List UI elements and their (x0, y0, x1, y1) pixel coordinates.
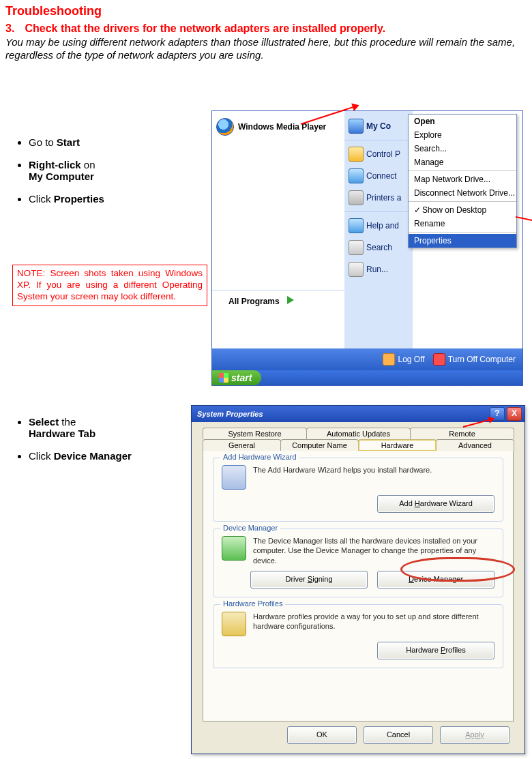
start-item-wmp[interactable]: Windows Media Player (216, 118, 326, 136)
section-title-text: Check that the drivers for the network a… (25, 23, 385, 34)
ctx-manage[interactable]: Manage (409, 155, 516, 169)
btn-text: ardware Wizard (420, 499, 473, 507)
tab-automatic-updates[interactable]: Automatic Updates (306, 428, 411, 439)
note-text: : Screen shots taken using Windows XP. I… (17, 268, 203, 301)
driver-signing-button[interactable]: Driver Signing (250, 571, 368, 589)
btn-text: rofiles (445, 646, 465, 654)
start-button[interactable]: start (212, 370, 261, 385)
printer-icon (349, 190, 364, 205)
bullet-click-properties: Click Properties (29, 193, 206, 205)
bullet-bold: Select (29, 416, 59, 428)
context-menu: Open Explore Search... Manage Map Networ… (408, 114, 517, 248)
start-item-label: Help and (366, 221, 399, 230)
section-number: 3. (5, 23, 22, 35)
tab-advanced[interactable]: Advanced (436, 439, 514, 451)
callout-arrow-icon (516, 216, 532, 226)
start-item-controlpanel[interactable]: Control P (344, 143, 413, 165)
bullet-bold: Right-click (29, 159, 81, 170)
tab-computer-name[interactable]: Computer Name (280, 439, 359, 451)
group-hardware-profiles: Hardware Profiles Hardware profiles prov… (213, 604, 503, 668)
btn-text: Driver (285, 575, 307, 583)
start-item-run[interactable]: Run... (344, 258, 413, 280)
intro-paragraph: You may be using different network adapt… (5, 36, 525, 62)
add-hardware-wizard-button[interactable]: Add Hardware Wizard (377, 495, 494, 513)
hardware-profiles-icon (222, 612, 246, 636)
start-all-programs[interactable]: All Programs (212, 290, 361, 312)
ctx-rename[interactable]: Rename (409, 217, 516, 230)
bullet-text: the (59, 416, 76, 428)
dialog-footer: OK Cancel Apply (287, 726, 509, 744)
device-manager-button[interactable]: Device Manager (377, 571, 494, 589)
separator (409, 201, 516, 202)
btn-mnemonic: H (415, 499, 420, 507)
bullet-bold: Hardware Tab (29, 428, 95, 439)
hardware-wizard-icon (222, 465, 246, 490)
bullet-text: Click (29, 450, 54, 462)
ctx-open[interactable]: Open (409, 115, 516, 128)
logoff-icon (383, 353, 395, 366)
tab-system-restore[interactable]: System Restore (203, 428, 307, 439)
ctx-explore[interactable]: Explore (409, 128, 516, 142)
window-title: System Properties (197, 406, 263, 422)
logoff-button[interactable]: Log Off (398, 355, 424, 364)
bullet-text: Go to (29, 136, 57, 148)
screenshot-system-properties: System Properties ? X System Restore Aut… (191, 405, 525, 754)
screenshot-startmenu: Windows Media Player All Programs My Co … (211, 110, 523, 386)
cancel-button[interactable]: Cancel (364, 726, 433, 744)
bullet-bold: Start (57, 136, 80, 148)
btn-mnemonic: D (409, 575, 414, 583)
apply-button[interactable]: Apply (440, 726, 509, 744)
btn-text: Apply (465, 730, 484, 739)
separator (344, 211, 413, 212)
run-icon (349, 262, 364, 277)
note-box: NOTE: Screen shots taken using Windows X… (12, 265, 207, 306)
hardware-profiles-button[interactable]: Hardware Profiles (377, 642, 494, 659)
start-item-label: Connect (366, 171, 397, 181)
bullet-text: on (81, 159, 95, 170)
start-item-search[interactable]: Search (344, 237, 413, 258)
btn-text: evice Manager (414, 575, 463, 583)
group-desc: The Add Hardware Wizard helps you instal… (253, 465, 494, 475)
start-item-label: Control P (366, 149, 400, 159)
start-item-help[interactable]: Help and (344, 215, 413, 237)
bullet-click-device-manager: Click Device Manager (29, 450, 192, 462)
bullet-bold: Properties (54, 193, 104, 205)
ok-button[interactable]: OK (287, 726, 357, 744)
chevron-right-icon (287, 296, 294, 304)
close-button[interactable]: X (507, 407, 522, 421)
start-item-printers[interactable]: Printers a (344, 187, 413, 209)
btn-text: Add (399, 499, 415, 507)
tab-remote[interactable]: Remote (410, 428, 514, 439)
help-icon (349, 218, 364, 233)
tab-hardware[interactable]: Hardware (358, 439, 437, 451)
separator (344, 140, 413, 140)
btn-text: igning (312, 575, 332, 583)
group-desc: The Device Manager lists all the hardwar… (253, 536, 494, 565)
turnoff-button[interactable]: Turn Off Computer (448, 355, 516, 364)
tab-general[interactable]: General (203, 439, 281, 451)
ctx-mapdrive[interactable]: Map Network Drive... (409, 173, 516, 186)
group-legend: Add Hardware Wizard (220, 453, 299, 461)
group-legend: Hardware Profiles (220, 599, 285, 608)
wmp-icon (216, 118, 234, 136)
section-heading: 3. Check that the drivers for the networ… (5, 23, 532, 35)
start-item-connectto[interactable]: Connect (344, 165, 413, 187)
separator (409, 232, 516, 233)
page-title: Troubleshooting (5, 4, 532, 18)
poweroff-icon (433, 353, 445, 366)
all-programs-label: All Programs (228, 297, 280, 306)
group-desc: Hardware profiles provide a way for you … (253, 612, 494, 631)
start-item-label: My Co (366, 121, 391, 131)
ctx-properties[interactable]: Properties (409, 234, 516, 248)
note-label: NOTE (17, 268, 43, 278)
separator (409, 170, 516, 171)
ctx-disconnectdrive[interactable]: Disconnect Network Drive... (409, 186, 516, 200)
start-item-label: Windows Media Player (238, 122, 326, 132)
bullet-text: Click (29, 193, 54, 205)
ctx-search[interactable]: Search... (409, 142, 516, 155)
computer-icon (349, 119, 364, 134)
group-legend: Device Manager (220, 524, 280, 532)
ctx-showondesktop[interactable]: Show on Desktop (409, 203, 516, 217)
bullet-bold: My Computer (29, 170, 94, 182)
start-item-mycomputer[interactable]: My Co (344, 115, 413, 137)
